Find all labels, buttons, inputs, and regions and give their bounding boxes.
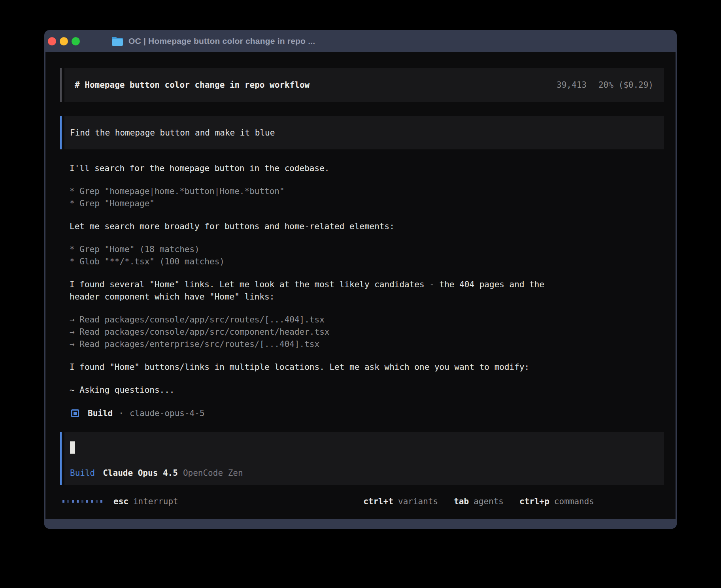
spinner-dot: [67, 500, 69, 503]
spinner-dot: [62, 500, 64, 503]
keybind-hint-agents: tabagents: [454, 497, 504, 506]
keybind-hint-interrupt: escinterrupt: [113, 497, 178, 506]
close-button[interactable]: [48, 37, 56, 45]
status-bar: escinterrupt ctrl+tvariantstabagentsctrl…: [60, 495, 664, 507]
window-titlebar[interactable]: OC | Homepage button color change in rep…: [44, 30, 677, 52]
window-bottom-chrome: [44, 519, 677, 529]
keybind-hints-right: ctrl+tvariantstabagentsctrl+pcommands: [363, 497, 594, 506]
transcript-spacer: [70, 303, 664, 314]
context-usage: 20% ($0.29): [598, 80, 653, 90]
window-title: OC | Homepage button color change in rep…: [128, 36, 315, 46]
transcript-line: I found several "Home" links. Let me loo…: [70, 279, 664, 291]
keybind-hint-commands: ctrl+pcommands: [519, 497, 594, 506]
keybind-label: interrupt: [133, 497, 178, 506]
agent-separator: ·: [119, 409, 124, 418]
keybind-key: ctrl+p: [519, 497, 549, 506]
transcript: I'll search for the homepage button in t…: [70, 162, 664, 396]
transcript-line: → Read packages/enterprise/src/routes/[.…: [70, 338, 664, 351]
agent-status-row: Build · claude-opus-4-5: [71, 407, 664, 419]
keybind-label: agents: [474, 497, 504, 506]
composer-rail: [60, 432, 62, 485]
agent-name: Build: [88, 409, 113, 418]
keybind-hint-variants: ctrl+tvariants: [363, 497, 438, 506]
transcript-spacer: [70, 175, 664, 185]
spinner-dots: [62, 500, 102, 503]
composer-model: Claude Opus 4.5: [103, 467, 178, 479]
user-message-text: Find the homepage button and make it blu…: [64, 116, 664, 149]
transcript-spacer: [70, 210, 664, 220]
transcript-line: * Grep "Home" (18 matches): [70, 243, 664, 256]
token-count: 39,413: [557, 80, 587, 90]
transcript-spacer: [70, 268, 664, 279]
maximize-button[interactable]: [72, 37, 80, 45]
transcript-spacer: [70, 373, 664, 384]
transcript-line: Let me search more broadly for buttons a…: [70, 220, 664, 233]
transcript-line: header component which have "Home" links…: [70, 291, 664, 303]
transcript-line: ~ Asking questions...: [70, 384, 664, 396]
terminal-window: OC | Homepage button color change in rep…: [44, 30, 677, 529]
session-header: # Homepage button color change in repo w…: [60, 68, 664, 102]
keybind-key: tab: [454, 497, 469, 506]
spinner-dot: [100, 500, 102, 503]
composer-meta: Build Claude Opus 4.5 OpenCode Zen: [70, 467, 656, 479]
composer-mode: Build: [70, 467, 95, 479]
transcript-line: * Glob "**/*.tsx" (100 matches): [70, 256, 664, 268]
build-agent-badge-icon: [71, 409, 79, 417]
transcript-line: I'll search for the homepage button in t…: [70, 162, 664, 175]
traffic-lights: [48, 37, 80, 45]
transcript-line: * Grep "homepage|home.*button|Home.*butt…: [70, 185, 664, 198]
agent-model: claude-opus-4-5: [130, 409, 205, 418]
spinner-dot: [86, 500, 88, 503]
composer[interactable]: Build Claude Opus 4.5 OpenCode Zen: [60, 432, 664, 485]
user-message-rail: [60, 116, 62, 149]
keybind-key: esc: [113, 497, 128, 506]
spinner-dot: [77, 500, 79, 503]
transcript-spacer: [70, 233, 664, 243]
text-cursor: [70, 441, 75, 454]
session-header-rail: [60, 68, 62, 102]
transcript-line: → Read packages/console/app/src/componen…: [70, 326, 664, 338]
session-title: # Homepage button color change in repo w…: [75, 80, 310, 90]
minimize-button[interactable]: [60, 37, 68, 45]
spinner-dot: [81, 500, 83, 503]
terminal-content: # Homepage button color change in repo w…: [45, 52, 676, 519]
transcript-line: I found "Home" buttons/links in multiple…: [70, 361, 664, 373]
user-message: Find the homepage button and make it blu…: [60, 116, 664, 149]
session-stats: 39,413 20% ($0.29): [557, 80, 653, 90]
spinner-dot: [91, 500, 93, 503]
folder-icon: [111, 36, 123, 46]
composer-provider: OpenCode Zen: [183, 467, 243, 479]
transcript-line: → Read packages/console/app/src/routes/[…: [70, 314, 664, 326]
keybind-key: ctrl+t: [363, 497, 393, 506]
spinner-dot: [96, 500, 98, 503]
keybind-label: commands: [554, 497, 594, 506]
transcript-spacer: [70, 351, 664, 361]
spinner-dot: [72, 500, 74, 503]
transcript-line: * Grep "Homepage": [70, 198, 664, 210]
keybind-label: variants: [398, 497, 438, 506]
